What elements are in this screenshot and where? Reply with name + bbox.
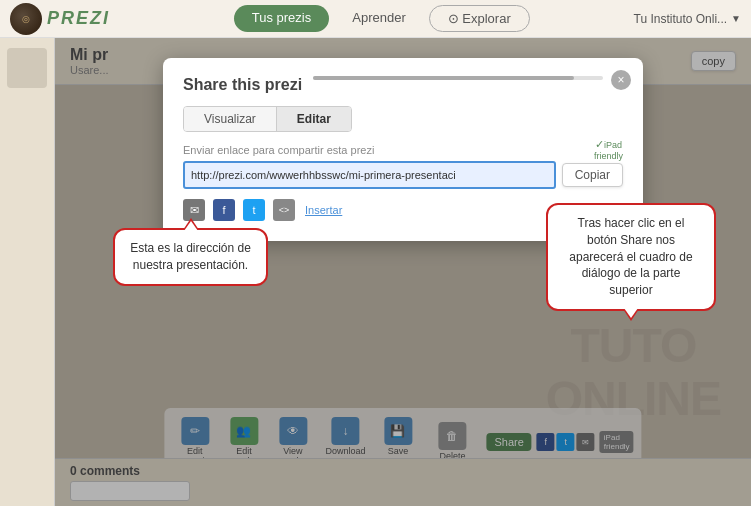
- modal-close-button[interactable]: ×: [611, 70, 631, 90]
- prezi-logo-icon: ◎: [10, 3, 42, 35]
- bubble-left-arrow-fill: [184, 221, 198, 231]
- nav-user-dropdown-icon: ▼: [731, 13, 741, 24]
- logo-area: ◎ PREZI: [10, 3, 110, 35]
- nav-tab-aprender[interactable]: Aprender: [334, 5, 423, 32]
- sidebar-icon: [7, 48, 47, 88]
- modal-tab-visualizar[interactable]: Visualizar: [184, 107, 277, 131]
- nav-tab-explorar[interactable]: ⊙ Explorar: [429, 5, 530, 32]
- share-link-row: Copiar: [183, 161, 623, 189]
- modal-progress-fill: [313, 76, 574, 80]
- share-url-input[interactable]: [183, 161, 556, 189]
- bubble-right-arrow-fill: [624, 308, 638, 318]
- page-content: Mi pr Usare... copy TU INSTI TUTO ONLINE…: [55, 38, 751, 506]
- modal-progress-bar: [313, 76, 603, 80]
- share-link-label: Enviar enlace para compartir esta prezi: [183, 144, 623, 156]
- sidebar: [0, 38, 55, 506]
- modal-copy-button[interactable]: Copiar: [562, 163, 623, 187]
- logo-text: PREZI: [47, 8, 110, 29]
- nav-tab-tusprezis[interactable]: Tus prezis: [234, 5, 329, 32]
- top-nav: ◎ PREZI Tus prezis Aprender ⊙ Explorar T…: [0, 0, 751, 38]
- twitter-share-icon[interactable]: t: [243, 199, 265, 221]
- bubble-left-text: Esta es la dirección de nuestra presenta…: [130, 241, 251, 272]
- facebook-share-icon[interactable]: f: [213, 199, 235, 221]
- nav-user-menu[interactable]: Tu Instituto Onli... ▼: [634, 12, 742, 26]
- main-content: Mi pr Usare... copy TU INSTI TUTO ONLINE…: [0, 38, 751, 506]
- modal-ipad-friendly: ✓iPadfriendly: [594, 138, 623, 161]
- nav-tabs: Tus prezis Aprender ⊙ Explorar: [130, 5, 633, 32]
- modal-tabs: Visualizar Editar: [183, 106, 352, 132]
- bubble-left: Esta es la dirección de nuestra presenta…: [113, 228, 268, 286]
- insertar-link[interactable]: Insertar: [305, 204, 342, 216]
- embed-share-icon[interactable]: <>: [273, 199, 295, 221]
- bubble-right-text: Tras hacer clic en el botón Share nos ap…: [569, 216, 692, 297]
- modal-tab-editar[interactable]: Editar: [277, 107, 351, 131]
- nav-user-label: Tu Instituto Onli...: [634, 12, 728, 26]
- bubble-right: Tras hacer clic en el botón Share nos ap…: [546, 203, 716, 311]
